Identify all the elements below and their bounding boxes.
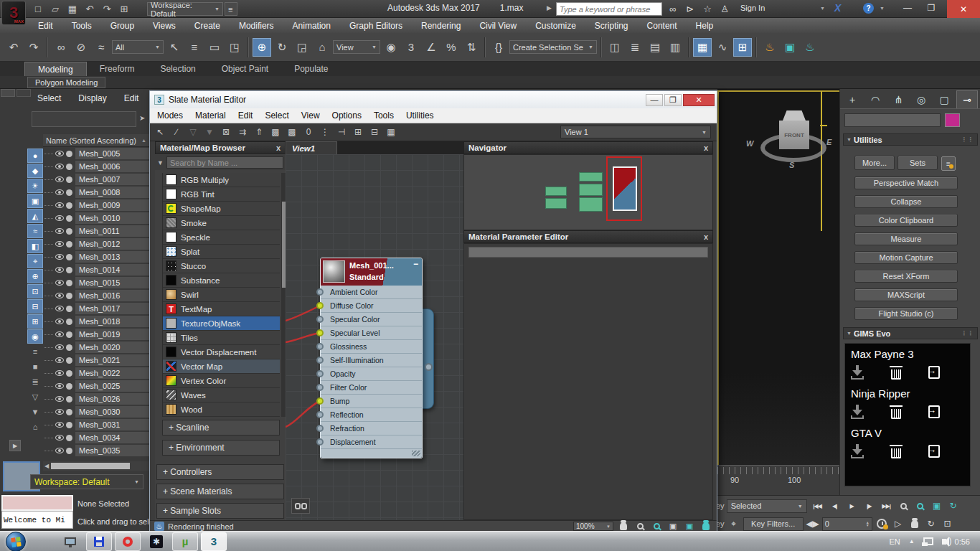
- material-map-item[interactable]: TextMap: [163, 302, 280, 316]
- speaker-icon[interactable]: [942, 539, 946, 545]
- material-map-item[interactable]: Vector Map: [163, 359, 280, 374]
- material-map-item[interactable]: Stucco: [163, 259, 280, 273]
- node-slot[interactable]: Displacement: [321, 435, 422, 449]
- node-slot[interactable]: Refraction: [321, 422, 422, 435]
- material-map-item[interactable]: RGB Tint: [163, 187, 280, 202]
- material-map-item[interactable]: Wood: [163, 402, 280, 417]
- use-pivot-point-center-icon[interactable]: ◉: [382, 38, 400, 57]
- slate-menu-item[interactable]: Material: [195, 110, 226, 121]
- slot-connector-dot[interactable]: [316, 397, 324, 405]
- search-help-binoculars-icon[interactable]: ∞: [666, 1, 680, 16]
- slot-connector-dot[interactable]: [316, 357, 324, 364]
- taskbar-remote-desktop-icon[interactable]: [57, 532, 83, 551]
- tray-clock[interactable]: 0:56: [955, 537, 970, 546]
- sync-selection-icon[interactable]: ⊞: [27, 314, 43, 329]
- time-configuration-icon[interactable]: [875, 517, 889, 531]
- selectability-dot-icon[interactable]: [66, 215, 72, 222]
- open-file-icon[interactable]: ▱: [47, 1, 63, 16]
- browser-header[interactable]: Material/Map Browser x: [155, 141, 286, 154]
- visibility-eye-icon[interactable]: [55, 409, 64, 415]
- pan-hand-icon[interactable]: [617, 522, 630, 532]
- node-minimize-icon[interactable]: −: [413, 259, 418, 269]
- align-icon[interactable]: ≣: [626, 38, 644, 57]
- visibility-eye-icon[interactable]: [55, 331, 64, 337]
- user-icon[interactable]: ♙: [717, 1, 732, 16]
- collapse-all-icon[interactable]: ⊟: [27, 299, 43, 314]
- node-view[interactable]: Mesh_001... Standard − Ambient Color: [286, 154, 463, 520]
- zoom-extents-icon[interactable]: ▣: [930, 499, 944, 513]
- previous-frame-button[interactable]: ◀|: [826, 499, 843, 513]
- taskbar-opera-icon[interactable]: [115, 532, 141, 551]
- sign-in-chevron-icon[interactable]: ▼: [820, 6, 825, 11]
- visibility-eye-icon[interactable]: [55, 176, 64, 182]
- selectability-dot-icon[interactable]: [66, 164, 72, 170]
- slate-maximize-button[interactable]: ❐: [664, 94, 682, 106]
- view1-tab[interactable]: View1: [286, 141, 337, 154]
- workspace-menu-button[interactable]: ≡: [225, 2, 237, 16]
- named-selection-sets-icon[interactable]: {}: [489, 38, 508, 57]
- visibility-eye-icon[interactable]: [55, 306, 64, 311]
- slate-menu-item[interactable]: Modes: [157, 110, 183, 121]
- zoom-region-icon[interactable]: [650, 522, 663, 532]
- detail-view-icon[interactable]: ≣: [27, 375, 43, 389]
- gims-evo-rollout-header[interactable]: ▼ GIMS Evo ⋮⋮: [843, 327, 978, 339]
- maximize-button[interactable]: ❐: [920, 0, 942, 16]
- compass-west-label[interactable]: W: [746, 139, 753, 148]
- trash-icon[interactable]: [891, 409, 901, 419]
- download-icon[interactable]: [851, 405, 864, 419]
- pan-to-selected-icon[interactable]: [699, 522, 712, 532]
- rectangular-selection-region-icon[interactable]: ▭: [205, 38, 224, 57]
- selectability-dot-icon[interactable]: [66, 267, 72, 273]
- slot-connector-dot[interactable]: [316, 438, 324, 446]
- selectability-dot-icon[interactable]: [66, 306, 72, 312]
- scene-object-row[interactable]: Mesh_0012: [43, 237, 149, 250]
- put-material-to-scene-icon[interactable]: ▽: [186, 125, 200, 139]
- library-group-button[interactable]: + Controllers: [156, 464, 284, 480]
- tab-modify[interactable]: ◠: [864, 90, 886, 108]
- visibility-eye-icon[interactable]: [55, 189, 64, 195]
- menu-item[interactable]: Civil View: [470, 18, 526, 33]
- visibility-eye-icon[interactable]: [55, 435, 64, 441]
- scene-object-row[interactable]: Mesh_0031: [43, 418, 149, 431]
- selectability-dot-icon[interactable]: [66, 189, 72, 196]
- scene-object-row[interactable]: Mesh_0008: [43, 186, 149, 199]
- visibility-eye-icon[interactable]: [55, 254, 64, 260]
- scene-object-row[interactable]: Mesh_0034: [43, 431, 149, 444]
- visibility-eye-icon[interactable]: [55, 319, 64, 324]
- redo-icon[interactable]: ↷: [99, 1, 115, 16]
- select-by-material-icon[interactable]: ▦: [384, 125, 398, 139]
- go-to-start-button[interactable]: |◀◀: [809, 499, 826, 513]
- material-map-item[interactable]: Substance: [163, 273, 280, 288]
- node-slot[interactable]: Diffuse Color: [321, 299, 422, 313]
- mirror-icon[interactable]: ◫: [606, 38, 624, 57]
- current-frame-spinner[interactable]: 0 ▲▼: [822, 517, 872, 531]
- undo-icon[interactable]: ↶: [4, 38, 23, 57]
- zoom-region-icon[interactable]: [913, 499, 928, 513]
- scene-object-row[interactable]: Mesh_0015: [43, 276, 149, 289]
- maxscript-mini-listener[interactable]: Welcome to Mi: [1, 511, 73, 529]
- visibility-eye-icon[interactable]: [55, 202, 64, 208]
- visibility-eye-icon[interactable]: [55, 344, 64, 350]
- menu-item[interactable]: Edit: [29, 18, 62, 33]
- slot-connector-dot[interactable]: [316, 302, 324, 309]
- maxscript-listener-pink[interactable]: [1, 495, 73, 511]
- taskbar-utorrent-icon[interactable]: µ: [172, 532, 198, 551]
- scene-object-row[interactable]: Mesh_0022: [43, 367, 149, 380]
- slot-connector-dot[interactable]: [316, 370, 324, 377]
- layout-all-vertical-icon[interactable]: ⋮: [318, 125, 332, 139]
- menu-item[interactable]: Graph Editors: [340, 18, 412, 33]
- render-production-icon[interactable]: ♨: [801, 38, 819, 57]
- node-slot[interactable]: Glossiness: [321, 340, 422, 354]
- snap-toggle-3d-icon[interactable]: 3: [402, 38, 420, 57]
- menu-item[interactable]: Tools: [62, 18, 101, 33]
- export-icon[interactable]: [928, 445, 940, 458]
- utility-button[interactable]: Measure: [854, 232, 958, 245]
- visibility-eye-icon[interactable]: [55, 396, 64, 402]
- slot-connector-dot[interactable]: [316, 329, 324, 336]
- slate-minimize-button[interactable]: —: [646, 94, 663, 106]
- filter-funnel-icon[interactable]: ▼: [27, 405, 43, 419]
- slate-titlebar[interactable]: 3 Slate Material Editor — ❐ ✕: [150, 91, 717, 108]
- filter-config-icon[interactable]: ▽: [27, 390, 43, 404]
- active-view-dropdown[interactable]: View 1 ▼: [560, 126, 711, 138]
- material-map-item[interactable]: Splat: [163, 245, 280, 259]
